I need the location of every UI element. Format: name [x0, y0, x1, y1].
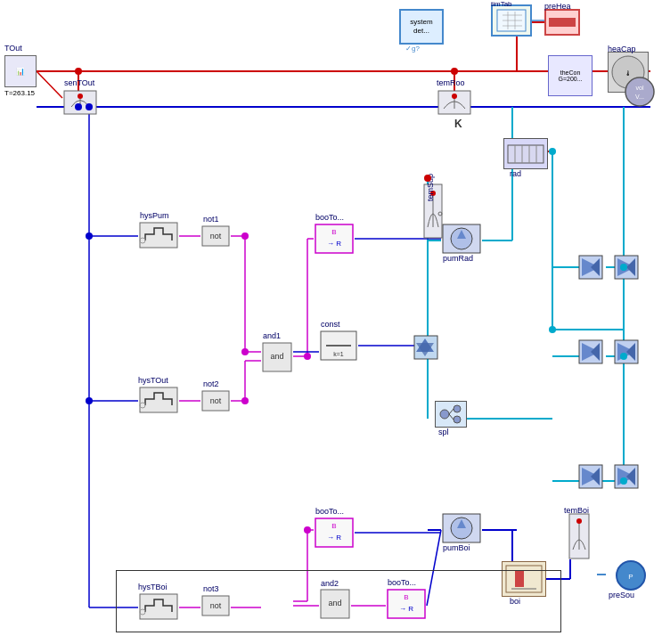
not2-block[interactable]: not: [200, 389, 231, 414]
and2-block[interactable]: and: [319, 588, 351, 622]
not2-label: not2: [203, 379, 219, 388]
svg-line-47: [427, 530, 441, 606]
spl-label: spl: [438, 428, 449, 436]
svg-line-121: [449, 409, 454, 414]
hysTBoi-block[interactable]: [138, 592, 179, 623]
temBoi-block[interactable]: [566, 512, 593, 563]
svg-text:and: and: [270, 352, 283, 361]
boi-label: boi: [510, 597, 520, 606]
mixing-valve-block[interactable]: [413, 334, 439, 363]
rad-label: rad: [510, 169, 521, 178]
hysTOut-label: hysTOut: [138, 376, 168, 385]
booTo1-label: booTo...: [315, 213, 344, 222]
system-check: ✓g?: [405, 45, 420, 53]
not1-block[interactable]: not: [200, 224, 231, 249]
timTab-block[interactable]: [491, 4, 532, 37]
diagram-canvas: 📊 TOut T=263.15 K senTOut systemdet... ✓…: [0, 0, 662, 644]
and1-label: and1: [263, 331, 281, 340]
booTo1-block[interactable]: B → R: [314, 223, 355, 257]
theCon-block[interactable]: theConG=200...: [548, 55, 593, 96]
booTo3-block[interactable]: B → R: [386, 588, 427, 622]
K-symbol-2: K: [454, 118, 462, 130]
preSou-block[interactable]: P: [610, 559, 651, 593]
svg-rect-86: [508, 145, 543, 163]
valve-3-block[interactable]: [577, 463, 604, 492]
valve-6-block[interactable]: [613, 463, 640, 492]
const-label: const: [321, 320, 340, 329]
pumRad-label: pumRad: [443, 254, 473, 263]
booTo3-label: booTo...: [388, 578, 416, 587]
pumBoi-block[interactable]: [441, 512, 482, 546]
hysPum-label: hysPum: [140, 211, 169, 220]
svg-point-80: [625, 77, 654, 106]
svg-text:B: B: [404, 593, 408, 601]
not3-block[interactable]: not: [200, 594, 231, 619]
svg-point-120: [454, 416, 461, 423]
svg-text:→ R: → R: [327, 240, 341, 248]
hysTBoi-label: hysTBoi: [138, 583, 168, 591]
timTab-label: timTab: [491, 0, 512, 8]
vol-block[interactable]: vol V...: [624, 76, 656, 108]
svg-text:vol: vol: [636, 85, 644, 91]
valve-1-block[interactable]: [577, 254, 604, 282]
temRoo-label: temRoo: [437, 78, 465, 87]
preHea-label: preHea: [544, 2, 571, 11]
not3-label: not3: [203, 584, 219, 593]
svg-point-130: [576, 518, 582, 524]
svg-text:not: not: [210, 396, 222, 405]
valve-4-block[interactable]: [613, 254, 640, 282]
TOut-sublabel: T=263.15: [4, 89, 35, 97]
preHea-block[interactable]: [544, 9, 580, 36]
hysTOut-block[interactable]: [138, 386, 179, 416]
temBoi-label: temBoi: [564, 506, 589, 515]
svg-rect-126: [515, 571, 524, 587]
const-block[interactable]: k=1: [319, 330, 358, 363]
TOut-label: TOut: [4, 44, 22, 53]
svg-text:B: B: [331, 228, 336, 236]
svg-point-71: [78, 94, 83, 99]
svg-text:P: P: [628, 573, 633, 581]
temRoo-block[interactable]: [437, 89, 472, 118]
system-block[interactable]: systemdet...: [399, 9, 444, 45]
TOut-block[interactable]: 📊: [4, 55, 37, 87]
not1-label: not1: [203, 215, 219, 224]
svg-text:B: B: [331, 522, 336, 530]
senTOut-label: senTOut: [64, 78, 94, 87]
svg-line-5: [37, 71, 62, 98]
pumBoi-label: pumBoi: [443, 543, 470, 552]
and2-label: and2: [321, 579, 339, 588]
spl-block[interactable]: [435, 401, 467, 428]
rad-block[interactable]: [503, 138, 548, 169]
booTo2-label: booTo...: [315, 507, 344, 516]
svg-text:→ R: → R: [327, 534, 341, 542]
pumRad-block[interactable]: [441, 223, 482, 257]
valve-2-block[interactable]: [577, 338, 604, 367]
svg-point-119: [454, 405, 461, 412]
boi-block[interactable]: [502, 561, 546, 597]
temSup-label: temSup: [426, 174, 435, 201]
svg-text:not: not: [210, 601, 222, 610]
svg-text:and: and: [328, 599, 341, 607]
svg-point-118: [440, 410, 449, 419]
svg-text:→ R: → R: [399, 605, 413, 613]
svg-text:k=1: k=1: [333, 351, 344, 357]
svg-text:not: not: [210, 232, 222, 240]
svg-line-122: [449, 414, 454, 420]
hysPum-block[interactable]: [138, 221, 179, 251]
svg-text:V...: V...: [635, 94, 644, 100]
heaCap-label: heaCap: [608, 45, 636, 53]
svg-point-85: [452, 94, 457, 99]
and1-block[interactable]: and: [261, 341, 293, 375]
booTo2-block[interactable]: B → R: [314, 517, 355, 550]
preSou-label: preSou: [609, 591, 634, 599]
valve-5-block[interactable]: [613, 338, 640, 367]
senTOut-block[interactable]: [62, 89, 98, 118]
